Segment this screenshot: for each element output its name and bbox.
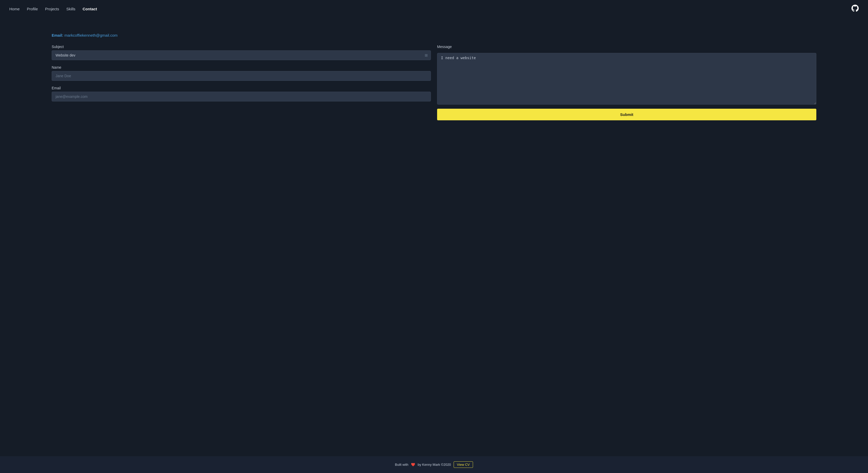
email-field-label: Email — [52, 86, 431, 90]
footer-text-after: by Kenny Mark ©2020 — [418, 463, 451, 467]
email-line: Email: markcoffiekenneth@gmail.com — [52, 33, 816, 37]
name-label: Name — [52, 65, 431, 69]
subject-label: Subject — [52, 45, 431, 49]
name-field-group: Name — [52, 65, 431, 81]
subject-input[interactable] — [52, 50, 431, 60]
email-field-group: Email — [52, 86, 431, 101]
email-label: Email: — [52, 33, 63, 37]
submit-button[interactable]: Submit — [437, 109, 816, 120]
message-textarea[interactable]: I need a website — [437, 53, 816, 105]
nav-links: Home Profile Projects Skills Contact — [9, 7, 97, 11]
form-left: Subject ⊞ Name Email — [52, 45, 431, 120]
email-address: markcoffiekenneth@gmail.com — [64, 33, 118, 37]
navbar: Home Profile Projects Skills Contact — [0, 0, 868, 18]
nav-projects[interactable]: Projects — [45, 7, 59, 11]
footer: Built with ❤️ by Kenny Mark ©2020 View C… — [0, 456, 868, 473]
grid-icon: ⊞ — [425, 53, 428, 57]
view-cv-button[interactable]: View CV — [454, 461, 473, 468]
contact-form: Subject ⊞ Name Email Message I need a we… — [52, 45, 816, 120]
subject-wrapper: ⊞ — [52, 50, 431, 60]
subject-field-group: Subject ⊞ — [52, 45, 431, 60]
main-content: Email: markcoffiekenneth@gmail.com Subje… — [0, 18, 868, 456]
nav-profile[interactable]: Profile — [27, 7, 38, 11]
nav-contact[interactable]: Contact — [83, 7, 97, 11]
footer-text-before: Built with — [395, 463, 408, 467]
nav-home[interactable]: Home — [9, 7, 20, 11]
github-icon[interactable] — [851, 5, 859, 13]
form-right: Message I need a website Submit — [437, 45, 816, 120]
nav-skills[interactable]: Skills — [66, 7, 75, 11]
message-label: Message — [437, 45, 816, 49]
email-input[interactable] — [52, 92, 431, 101]
heart-icon: ❤️ — [411, 463, 415, 467]
name-input[interactable] — [52, 71, 431, 81]
